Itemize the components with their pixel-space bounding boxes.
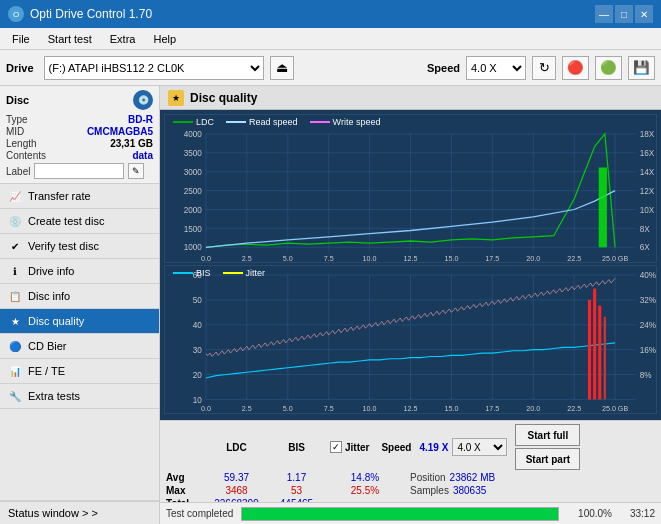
create-test-disc-icon: 💿 (8, 214, 22, 228)
start-buttons: Start full Start part (515, 424, 580, 470)
avg-jitter: 14.8% (330, 472, 400, 483)
svg-text:0.0: 0.0 (201, 254, 211, 262)
svg-text:2500: 2500 (184, 186, 203, 196)
disc-image-icon: 💿 (133, 90, 153, 110)
speed-dropdown[interactable]: 4.0 X1.0 X8.0 XMax (452, 438, 507, 456)
stats-header-bis: BIS (269, 442, 324, 453)
svg-text:16%: 16% (640, 345, 656, 355)
svg-text:15.0: 15.0 (444, 254, 458, 262)
svg-text:40: 40 (193, 320, 202, 330)
sidebar-item-fe-te[interactable]: 📊 FE / TE (0, 359, 159, 384)
drive-select[interactable]: (F:) ATAPI iHBS112 2 CL0K (44, 56, 264, 80)
sidebar-item-verify-test-disc[interactable]: ✔ Verify test disc (0, 234, 159, 259)
stats-avg-row: Avg 59.37 1.17 14.8% Position 23862 MB (166, 472, 655, 483)
jitter-checkbox-container: ✓ Jitter (330, 441, 369, 453)
svg-text:22.5: 22.5 (567, 254, 581, 262)
sidebar-item-disc-quality[interactable]: ★ Disc quality (0, 309, 159, 334)
status-window-button[interactable]: Status window > > (0, 501, 159, 524)
nav-label-disc-quality: Disc quality (28, 315, 84, 327)
svg-text:17.5: 17.5 (485, 254, 499, 262)
speed-select[interactable]: 4.0 X 1.0 X 2.0 X 8.0 X Max (466, 56, 526, 80)
fe-te-icon: 📊 (8, 364, 22, 378)
svg-text:8%: 8% (640, 370, 652, 380)
menu-bar: File Start test Extra Help (0, 28, 661, 50)
svg-text:3500: 3500 (184, 148, 203, 158)
svg-text:18X: 18X (640, 129, 655, 139)
svg-text:25.0 GB: 25.0 GB (602, 403, 628, 412)
drive-label: Drive (6, 62, 34, 74)
svg-text:10X: 10X (640, 205, 655, 215)
title-bar: O Opti Drive Control 1.70 — □ ✕ (0, 0, 661, 28)
svg-text:12X: 12X (640, 186, 655, 196)
legend-bis-color (173, 272, 193, 274)
sidebar-spacer (0, 409, 159, 501)
stats-header-jitter: Jitter (345, 442, 369, 453)
minimize-button[interactable]: — (595, 5, 613, 23)
legend-write-speed-label: Write speed (333, 117, 381, 127)
samples-value: 380635 (453, 485, 486, 496)
eject-button[interactable]: ⏏ (270, 56, 294, 80)
svg-text:6X: 6X (640, 242, 650, 252)
svg-text:30: 30 (193, 345, 202, 355)
main-area: Disc 💿 Type BD-R MID CMCMAGBA5 Length 23… (0, 86, 661, 524)
legend-read-speed-label: Read speed (249, 117, 298, 127)
stats-max-row: Max 3468 53 25.5% Samples 380635 (166, 485, 655, 496)
progress-bar-outer (241, 507, 559, 521)
nav-label-fe-te: FE / TE (28, 365, 65, 377)
svg-text:2000: 2000 (184, 205, 203, 215)
svg-text:7.5: 7.5 (324, 254, 334, 262)
menu-extra[interactable]: Extra (102, 31, 144, 47)
svg-text:12.5: 12.5 (404, 254, 418, 262)
length-value: 23,31 GB (110, 138, 153, 149)
length-key: Length (6, 138, 37, 149)
start-full-button[interactable]: Start full (515, 424, 580, 446)
elapsed-time: 33:12 (620, 508, 655, 519)
chart2-container: BIS Jitter (164, 265, 657, 414)
cd-bier-icon: 🔵 (8, 339, 22, 353)
sidebar-item-transfer-rate[interactable]: 📈 Transfer rate (0, 184, 159, 209)
svg-text:1000: 1000 (184, 242, 203, 252)
maximize-button[interactable]: □ (615, 5, 633, 23)
avg-bis: 1.17 (269, 472, 324, 483)
avg-speed-value: 4.19 X (419, 442, 448, 453)
menu-help[interactable]: Help (145, 31, 184, 47)
disc-section-title: Disc (6, 94, 29, 106)
content-area: ★ Disc quality LDC Read speed (160, 86, 661, 524)
legend-write-speed: Write speed (310, 117, 381, 127)
label-edit-button[interactable]: ✎ (128, 163, 144, 179)
sidebar-item-create-test-disc[interactable]: 💿 Create test disc (0, 209, 159, 234)
sidebar-item-extra-tests[interactable]: 🔧 Extra tests (0, 384, 159, 409)
samples-label: Samples (410, 485, 449, 496)
avg-label: Avg (166, 472, 204, 483)
menu-start-test[interactable]: Start test (40, 31, 100, 47)
start-part-button[interactable]: Start part (515, 448, 580, 470)
sidebar-item-disc-info[interactable]: 📋 Disc info (0, 284, 159, 309)
save-button[interactable]: 💾 (628, 56, 655, 80)
max-jitter: 25.5% (330, 485, 400, 496)
toolbar: Drive (F:) ATAPI iHBS112 2 CL0K ⏏ Speed … (0, 50, 661, 86)
type-key: Type (6, 114, 28, 125)
disc-panel: Disc 💿 Type BD-R MID CMCMAGBA5 Length 23… (0, 86, 159, 184)
svg-text:10.0: 10.0 (363, 403, 377, 412)
nav-label-drive-info: Drive info (28, 265, 74, 277)
svg-text:3000: 3000 (184, 167, 203, 177)
status-text: Test completed (166, 508, 233, 519)
mid-key: MID (6, 126, 24, 137)
nav-label-verify-test-disc: Verify test disc (28, 240, 99, 252)
label-input[interactable] (34, 163, 124, 179)
refresh-button[interactable]: ↻ (532, 56, 556, 80)
svg-text:14X: 14X (640, 167, 655, 177)
chart1-legend: LDC Read speed Write speed (173, 117, 380, 127)
sidebar-item-drive-info[interactable]: ℹ Drive info (0, 259, 159, 284)
svg-text:2.5: 2.5 (242, 403, 252, 412)
disc-quality-title: Disc quality (190, 91, 257, 105)
settings-button2[interactable]: 🟢 (595, 56, 622, 80)
jitter-checkbox[interactable]: ✓ (330, 441, 342, 453)
menu-file[interactable]: File (4, 31, 38, 47)
nav-label-extra-tests: Extra tests (28, 390, 80, 402)
stats-bar: LDC BIS ✓ Jitter Speed 4.19 X 4.0 X1.0 X… (160, 420, 661, 502)
svg-text:7.5: 7.5 (324, 403, 334, 412)
close-button[interactable]: ✕ (635, 5, 653, 23)
settings-button1[interactable]: 🔴 (562, 56, 589, 80)
sidebar-item-cd-bier[interactable]: 🔵 CD Bier (0, 334, 159, 359)
